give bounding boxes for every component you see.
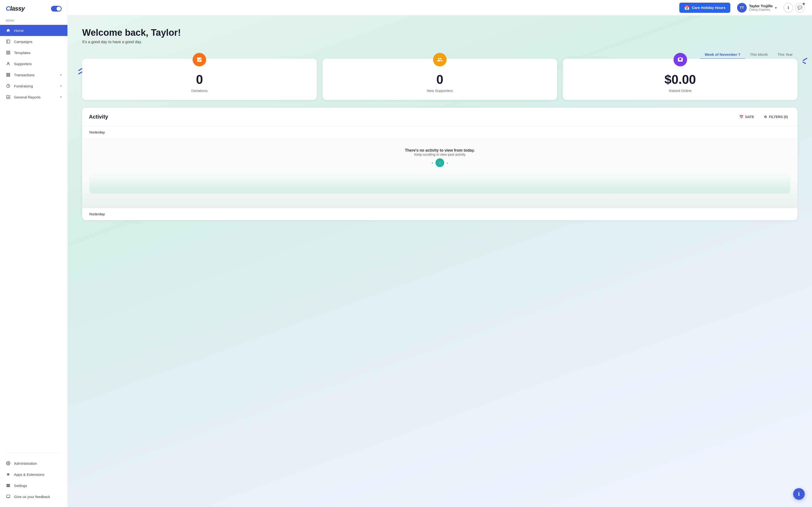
header-icons: ℹ 💬 <box>783 3 805 12</box>
activity-bottom-date-label: Yesterday <box>89 212 105 216</box>
svg-point-17 <box>8 473 9 474</box>
filters-button[interactable]: ⚙ FILTERS (0) <box>761 113 791 120</box>
apps-icon <box>6 472 11 477</box>
sidebar-item-fundraising-label: Fundraising <box>14 84 33 88</box>
campaigns-icon <box>6 39 11 44</box>
empty-state-subtitle: Keep scrolling to view past activity <box>414 153 465 157</box>
sidebar-divider <box>6 453 62 453</box>
user-name: Taylor Trujillo <box>749 4 773 8</box>
feedback-icon <box>6 494 11 499</box>
svg-rect-3 <box>9 51 10 52</box>
svg-point-15 <box>8 463 9 464</box>
sidebar-item-apps-label: Apps & Extensions <box>14 472 45 476</box>
sidebar-item-apps-extensions[interactable]: Apps & Extensions <box>0 469 67 480</box>
sidebar-item-general-reports[interactable]: General Reports ▾ <box>0 92 67 103</box>
stats-row: 0 Donations 0 New Supporters $0.00 Raise… <box>82 59 798 100</box>
supporters-label: New Supporters <box>427 89 453 93</box>
tab-week[interactable]: Week of November 7 <box>700 50 745 59</box>
app-logo: Classy <box>6 5 24 12</box>
sidebar-item-templates-label: Templates <box>14 51 31 55</box>
main-content: Welcome back, Taylor! It's a good day to… <box>68 15 812 507</box>
care-holiday-button[interactable]: 📅 Care Holiday Hours <box>679 3 730 13</box>
sidebar-item-fundraising[interactable]: Fundraising ▾ <box>0 80 67 92</box>
raised-icon <box>673 53 687 66</box>
transactions-icon <box>6 72 11 77</box>
svg-rect-22 <box>6 487 10 487</box>
filter-icon: ⚙ <box>764 115 767 119</box>
sidebar-item-feedback-label: Give us your feedback <box>14 495 50 499</box>
activity-empty-state: There's no activity to view from today. … <box>82 138 798 208</box>
svg-rect-20 <box>6 485 10 486</box>
stat-card-supporters: 0 New Supporters <box>323 59 557 100</box>
reports-icon <box>6 95 11 100</box>
svg-rect-8 <box>6 74 10 75</box>
scroll-indicator: › ↓ ‹ <box>432 158 448 167</box>
user-info: Taylor Trujillo Classy Coaches <box>749 4 773 11</box>
activity-title: Activity <box>89 114 108 120</box>
theme-toggle[interactable] <box>51 6 62 12</box>
date-btn-label: DATE <box>745 115 754 119</box>
raised-value: $0.00 <box>665 72 696 87</box>
admin-icon <box>6 461 11 466</box>
donations-value: 0 <box>196 72 203 87</box>
donations-icon <box>193 53 206 66</box>
main-area: 📅 Care Holiday Hours TT Taylor Trujillo … <box>68 0 812 507</box>
deco-lines-right <box>802 59 808 63</box>
user-org: Classy Coaches <box>749 8 773 11</box>
transactions-chevron-icon: ▾ <box>60 73 62 76</box>
sidebar-item-supporters-label: Supporters <box>14 62 32 66</box>
activity-date-row: Yesterday <box>82 126 798 138</box>
svg-rect-0 <box>6 40 10 43</box>
welcome-title: Welcome back, Taylor! <box>82 27 798 38</box>
care-holiday-label: Care Holiday Hours <box>692 6 725 10</box>
info-icon: ℹ <box>788 5 789 10</box>
sidebar-item-templates[interactable]: Templates <box>0 47 67 58</box>
sidebar-item-settings[interactable]: Settings <box>0 480 67 491</box>
sidebar-item-home[interactable]: Home <box>0 25 67 36</box>
supporters-value: 0 <box>437 72 444 87</box>
templates-icon <box>6 50 11 55</box>
sidebar-item-transactions-label: Transactions <box>14 73 35 77</box>
stat-card-donations: 0 Donations <box>82 59 317 100</box>
sidebar-item-campaigns[interactable]: Campaigns <box>0 36 67 47</box>
svg-point-16 <box>7 473 8 474</box>
info-fab-icon: ℹ <box>798 491 800 497</box>
filters-btn-label: FILTERS (0) <box>769 115 788 119</box>
scroll-down-icon: ↓ <box>436 158 444 167</box>
sidebar-item-campaigns-label: Campaigns <box>14 40 33 44</box>
user-menu-chevron-icon: ▾ <box>775 6 777 10</box>
sidebar: Classy MENU Home Campaigns Templates <box>0 0 68 507</box>
svg-point-6 <box>7 62 9 64</box>
date-filter-button[interactable]: 📅 DATE <box>737 113 757 120</box>
activity-controls: 📅 DATE ⚙ FILTERS (0) <box>737 113 791 120</box>
fundraising-icon <box>6 83 11 89</box>
info-button[interactable]: ℹ <box>783 3 793 12</box>
supporters-icon <box>6 61 11 66</box>
feedback-button[interactable]: 💬 <box>795 3 805 12</box>
calendar-icon: 📅 <box>684 5 690 10</box>
info-fab-button[interactable]: ℹ <box>793 488 805 500</box>
svg-rect-9 <box>6 76 10 76</box>
empty-state-title: There's no activity to view from today. <box>405 148 475 153</box>
deco-line-3 <box>802 58 807 61</box>
stat-card-raised: $0.00 Raised Online <box>563 59 798 100</box>
svg-rect-7 <box>6 73 10 74</box>
activity-header: Activity 📅 DATE ⚙ FILTERS (0) <box>82 108 798 126</box>
sidebar-bottom: Administration Apps & Extensions Setting… <box>0 456 67 507</box>
sidebar-item-general-reports-label: General Reports <box>14 95 41 99</box>
arrow-right-icon: ‹ <box>447 160 448 165</box>
tab-year[interactable]: This Year <box>773 50 798 59</box>
supporters-stat-icon <box>433 53 447 66</box>
sidebar-item-supporters[interactable]: Supporters <box>0 58 67 69</box>
settings-icon <box>6 483 11 488</box>
tab-month[interactable]: This Month <box>745 50 773 59</box>
reports-chevron-icon: ▾ <box>60 95 62 99</box>
activity-bottom-date-row: Yesterday <box>82 208 798 220</box>
sidebar-header: Classy <box>0 0 67 17</box>
sidebar-item-feedback[interactable]: Give us your feedback <box>0 491 67 502</box>
sidebar-item-administration[interactable]: Administration <box>0 458 67 469</box>
period-tabs: Week of November 7 This Month This Year <box>700 50 798 59</box>
user-menu[interactable]: TT Taylor Trujillo Classy Coaches ▾ <box>734 1 779 14</box>
sidebar-item-transactions[interactable]: Transactions ▾ <box>0 69 67 80</box>
arrow-left-icon: › <box>432 160 433 165</box>
